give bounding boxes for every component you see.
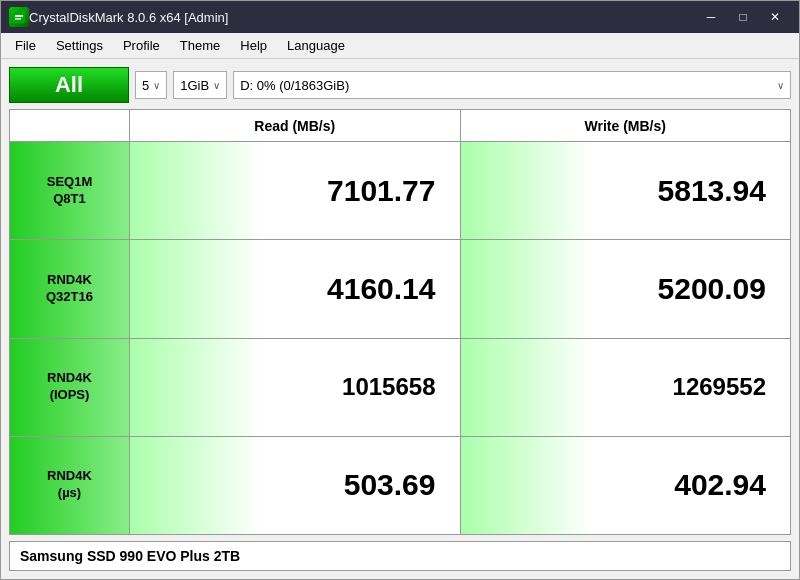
top-controls: All 5 ∨ 1GiB ∨ D: 0% (0/1863GiB) ∨ [9, 67, 791, 103]
drive-value: D: 0% (0/1863GiB) [240, 78, 349, 93]
runs-arrow: ∨ [153, 80, 160, 91]
window-title: CrystalDiskMark 8.0.6 x64 [Admin] [29, 10, 695, 25]
row-write-rnd4k-us: 402.94 [461, 437, 791, 534]
main-content: All 5 ∨ 1GiB ∨ D: 0% (0/1863GiB) ∨ Read … [1, 59, 799, 579]
menu-theme[interactable]: Theme [170, 33, 230, 58]
svg-rect-1 [15, 15, 23, 17]
size-arrow: ∨ [213, 80, 220, 91]
minimize-button[interactable]: ─ [695, 1, 727, 33]
titlebar: CrystalDiskMark 8.0.6 x64 [Admin] ─ □ ✕ [1, 1, 799, 33]
header-write: Write (MB/s) [461, 110, 791, 141]
menubar: File Settings Profile Theme Help Languag… [1, 33, 799, 59]
row-label-seq1m-q8t1: SEQ1MQ8T1 [10, 142, 130, 239]
row-read-rnd4k-q32t16: 4160.14 [130, 240, 461, 337]
runs-value: 5 [142, 78, 149, 93]
row-read-seq1m-q8t1: 7101.77 [130, 142, 461, 239]
benchmark-table: Read (MB/s) Write (MB/s) SEQ1MQ8T1 7101.… [9, 109, 791, 535]
menu-help[interactable]: Help [230, 33, 277, 58]
table-header: Read (MB/s) Write (MB/s) [10, 110, 790, 142]
footer-label: Samsung SSD 990 EVO Plus 2TB [9, 541, 791, 571]
menu-profile[interactable]: Profile [113, 33, 170, 58]
size-dropdown[interactable]: 1GiB ∨ [173, 71, 227, 99]
table-row: RND4K(IOPS) 1015658 1269552 [10, 339, 790, 437]
row-write-rnd4k-iops: 1269552 [461, 339, 791, 436]
row-read-rnd4k-us: 503.69 [130, 437, 461, 534]
svg-rect-2 [15, 18, 21, 20]
size-value: 1GiB [180, 78, 209, 93]
window-controls: ─ □ ✕ [695, 1, 791, 33]
row-write-rnd4k-q32t16: 5200.09 [461, 240, 791, 337]
row-label-rnd4k-us: RND4K(µs) [10, 437, 130, 534]
row-write-seq1m-q8t1: 5813.94 [461, 142, 791, 239]
close-button[interactable]: ✕ [759, 1, 791, 33]
maximize-button[interactable]: □ [727, 1, 759, 33]
header-label-cell [10, 110, 130, 141]
row-label-rnd4k-q32t16: RND4KQ32T16 [10, 240, 130, 337]
table-row: RND4K(µs) 503.69 402.94 [10, 437, 790, 534]
runs-dropdown[interactable]: 5 ∨ [135, 71, 167, 99]
row-label-rnd4k-iops: RND4K(IOPS) [10, 339, 130, 436]
table-row: RND4KQ32T16 4160.14 5200.09 [10, 240, 790, 338]
row-read-rnd4k-iops: 1015658 [130, 339, 461, 436]
app-window: CrystalDiskMark 8.0.6 x64 [Admin] ─ □ ✕ … [0, 0, 800, 580]
header-read: Read (MB/s) [130, 110, 461, 141]
menu-language[interactable]: Language [277, 33, 355, 58]
menu-settings[interactable]: Settings [46, 33, 113, 58]
table-row: SEQ1MQ8T1 7101.77 5813.94 [10, 142, 790, 240]
drive-dropdown[interactable]: D: 0% (0/1863GiB) ∨ [233, 71, 791, 99]
all-button[interactable]: All [9, 67, 129, 103]
app-icon [9, 7, 29, 27]
drive-arrow: ∨ [777, 80, 784, 91]
menu-file[interactable]: File [5, 33, 46, 58]
